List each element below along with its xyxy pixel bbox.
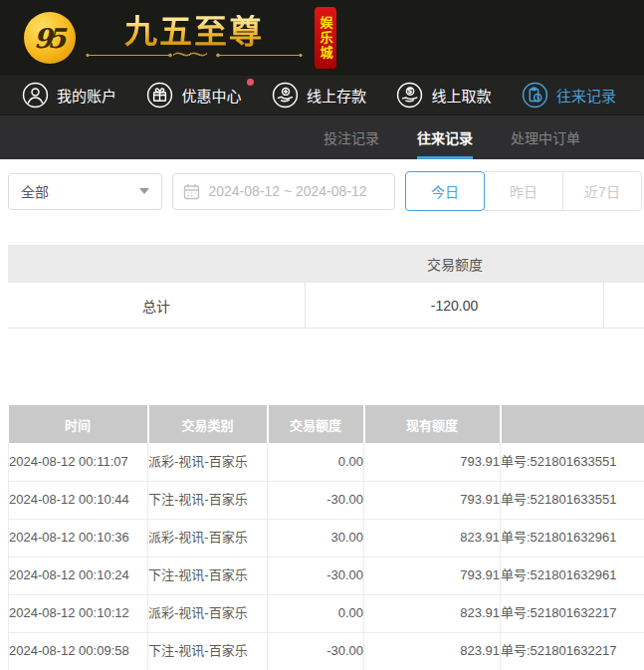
cell-amount: -30.00 [268,481,364,519]
cell-time: 2024-08-12 00:10:36 [9,519,148,557]
cell-type: 派彩-视讯-百家乐 [148,519,268,557]
column-header: 现有额度 [364,405,501,443]
records-icon [522,82,548,109]
brand-badge: 娱乐城 [315,7,336,69]
table-row[interactable]: 2024-08-12 00:09:58 下注-视讯-百家乐 -30.00 823… [9,632,644,670]
quick-date-group: 今日昨日近7日 [405,171,642,211]
quick-date-button[interactable]: 近7日 [562,171,642,211]
record-tabs: 投注记录往来记录处理中订单 [0,115,644,159]
cell-amount: 30.00 [268,519,364,557]
nav-item-label: 线上存款 [307,85,366,106]
column-header: 交易额度 [268,405,364,443]
cell-time: 2024-08-12 00:09:58 [9,632,148,670]
cell-order: 单号:521801632217 [501,632,644,670]
summary-total-value: -120.00 [306,283,604,328]
column-header [501,405,644,443]
column-header: 时间 [9,405,148,443]
record-tab[interactable]: 往来记录 [417,115,473,159]
date-range-input[interactable]: 2024-08-12 ~ 2024-08-12 [172,173,395,210]
column-header: 交易类别 [148,405,268,443]
cell-type: 下注-视讯-百家乐 [148,557,268,594]
user-icon [22,82,49,109]
table-row[interactable]: 2024-08-12 00:10:44 下注-视讯-百家乐 -30.00 793… [9,481,644,519]
cell-time: 2024-08-12 00:10:24 [9,557,148,594]
nav-item-gift[interactable]: 优惠中心 [146,82,241,109]
nav-item-label: 线上取款 [431,85,491,106]
brand-name: 九五至尊 [124,15,264,50]
withdraw-icon [396,82,423,109]
nav-item-deposit[interactable]: 线上存款 [272,82,366,109]
brand-monogram-icon: 95 [24,12,76,64]
table-row[interactable]: 2024-08-12 00:11:07 派彩-视讯-百家乐 0.00 793.9… [9,443,644,481]
cell-type: 下注-视讯-百家乐 [148,481,268,519]
chevron-down-icon [139,188,149,194]
nav-item-label: 往来记录 [556,85,616,106]
cell-amount: 0.00 [268,443,364,481]
main-nav: 我的账户 优惠中心 线上存款 线上取款 往来记录 [0,76,644,115]
cell-order: 单号:521801632961 [501,557,644,594]
category-select-value: 全部 [21,181,49,201]
table-row[interactable]: 2024-08-12 00:10:12 派彩-视讯-百家乐 0.00 823.9… [9,594,644,632]
flourish-icon [86,50,303,61]
quick-date-button[interactable]: 昨日 [484,171,563,211]
record-tab[interactable]: 投注记录 [323,115,379,159]
cell-balance: 823.91 [364,594,501,632]
brand-logo[interactable]: 95 九五至尊 娱乐城 [24,7,336,69]
summary-total-row: 总计 -120.00 [8,283,644,329]
summary-amount-header: 交易额度 [306,245,604,283]
nav-item-user[interactable]: 我的账户 [22,82,116,109]
nav-item-records[interactable]: 往来记录 [522,82,616,109]
cell-type: 下注-视讯-百家乐 [148,632,268,670]
cell-balance: 823.91 [364,519,501,557]
cell-order: 单号:521801633551 [501,443,644,481]
cell-time: 2024-08-12 00:10:12 [9,594,148,632]
records-header-row: 时间交易类别交易额度现有额度 [9,405,644,443]
cell-amount: -30.00 [268,632,364,670]
category-select[interactable]: 全部 [8,173,162,210]
cell-balance: 823.91 [364,632,501,670]
cell-time: 2024-08-12 00:10:44 [9,481,148,519]
cell-balance: 793.91 [364,481,501,519]
nav-item-label: 优惠中心 [181,85,241,106]
cell-type: 派彩-视讯-百家乐 [148,594,268,632]
calendar-icon [183,183,200,200]
table-row[interactable]: 2024-08-12 00:10:36 派彩-视讯-百家乐 30.00 823.… [9,519,644,557]
cell-amount: 0.00 [268,594,364,632]
summary-table: 交易额度 总计 -120.00 [8,245,644,329]
deposit-icon [272,82,299,109]
cell-balance: 793.91 [364,557,501,594]
cell-order: 单号:521801633551 [501,481,644,519]
notification-dot [247,79,254,86]
cell-order: 单号:521801632217 [501,594,644,632]
records-body: 2024-08-12 00:11:07 派彩-视讯-百家乐 0.00 793.9… [9,443,644,670]
table-row[interactable]: 2024-08-12 00:10:24 下注-视讯-百家乐 -30.00 793… [9,557,644,594]
top-logo-bar: 95 九五至尊 娱乐城 [0,0,644,76]
summary-total-label: 总计 [8,283,306,328]
cell-time: 2024-08-12 00:11:07 [9,443,148,481]
cell-amount: -30.00 [268,557,364,594]
gift-icon [146,82,173,109]
filter-bar: 全部 2024-08-12 ~ 2024-08-12 今日昨日近7日 [0,159,644,223]
cell-balance: 793.91 [364,443,501,481]
cell-type: 派彩-视讯-百家乐 [148,443,268,481]
nav-item-withdraw[interactable]: 线上取款 [396,82,491,109]
record-tab[interactable]: 处理中订单 [511,115,580,159]
records-table: 时间交易类别交易额度现有额度 2024-08-12 00:11:07 派彩-视讯… [8,405,644,670]
summary-header-row: 交易额度 [8,245,644,283]
quick-date-button[interactable]: 今日 [405,171,485,211]
cell-order: 单号:521801632961 [501,519,644,557]
nav-item-label: 我的账户 [57,85,116,106]
date-range-value: 2024-08-12 ~ 2024-08-12 [208,183,366,199]
